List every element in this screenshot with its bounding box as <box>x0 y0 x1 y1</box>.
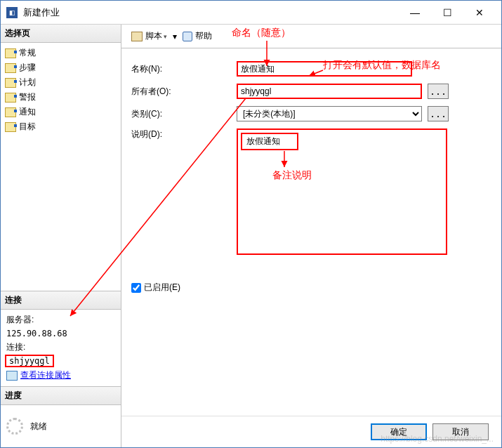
dialog-window: ◧ 新建作业 — ☐ ✕ 选择页 常规 步骤 计划 警报 通知 目标 连接 <box>0 0 502 448</box>
page-icon <box>5 48 16 58</box>
nav-schedule[interactable]: 计划 <box>2 75 119 90</box>
connection-label: 连接: <box>2 340 119 355</box>
connection-body: 服务器: 125.90.88.68 连接: shjyyqgl 查看连接属性 <box>1 310 121 386</box>
nav-label: 常规 <box>19 47 36 59</box>
toolbar: 脚本 ▾ ▾ 帮助 <box>121 25 501 48</box>
window-controls: — ☐ ✕ <box>399 2 496 23</box>
spinner-icon <box>6 418 23 435</box>
nav-general[interactable]: 常规 <box>2 46 119 60</box>
enabled-label: 已启用(E) <box>144 282 180 294</box>
nav-notify[interactable]: 通知 <box>2 105 119 119</box>
help-label: 帮助 <box>195 30 212 42</box>
toolbar-separator: ▾ <box>173 32 177 41</box>
script-label: 脚本 <box>145 30 162 42</box>
enabled-checkbox[interactable] <box>131 283 141 293</box>
nav-label: 计划 <box>19 77 36 88</box>
category-row: 类别(C): [未分类(本地)] ... <box>131 106 491 121</box>
description-box[interactable]: 放假通知 <box>237 129 447 255</box>
owner-input[interactable] <box>237 84 422 99</box>
category-select[interactable]: [未分类(本地)] <box>237 106 422 121</box>
sidebar-pages: 选择页 常规 步骤 计划 警报 通知 目标 <box>1 25 121 291</box>
main-panel: 脚本 ▾ ▾ 帮助 名称(N): 所有者(O): ... <box>121 25 501 447</box>
nav-label: 警报 <box>19 91 36 103</box>
connection-header: 连接 <box>1 291 121 310</box>
watermark: https://blog.csdn.net/weixin_... <box>381 434 494 444</box>
name-input[interactable] <box>237 61 412 77</box>
titlebar: ◧ 新建作业 — ☐ ✕ <box>1 1 501 25</box>
owner-row: 所有者(O): ... <box>131 84 491 99</box>
app-icon: ◧ <box>6 7 18 18</box>
name-row: 名称(N): <box>131 61 491 77</box>
description-row: 说明(D): 放假通知 <box>131 129 491 255</box>
form-area: 名称(N): 所有者(O): ... 类别(C): [未分类(本地)] ... <box>121 48 501 416</box>
select-page-header: 选择页 <box>1 25 121 43</box>
server-value: 125.90.88.68 <box>2 327 119 340</box>
dropdown-icon: ▾ <box>164 33 167 40</box>
nav-label: 目标 <box>19 121 36 133</box>
nav-list: 常规 步骤 计划 警报 通知 目标 <box>1 43 121 137</box>
page-icon <box>5 78 16 88</box>
progress-header: 进度 <box>1 387 121 405</box>
description-label: 说明(D): <box>131 129 237 140</box>
window-title: 新建作业 <box>23 6 399 19</box>
page-icon <box>5 107 16 117</box>
category-browse-button[interactable]: ... <box>428 106 449 121</box>
sidebar-progress: 进度 就绪 <box>1 387 121 447</box>
script-icon <box>131 32 143 41</box>
enabled-row: 已启用(E) <box>131 282 491 294</box>
view-conn-link: 查看连接属性 <box>20 369 71 381</box>
nav-label: 通知 <box>19 106 36 118</box>
help-button[interactable]: 帮助 <box>180 29 215 44</box>
sidebar-connection: 连接 服务器: 125.90.88.68 连接: shjyyqgl 查看连接属性 <box>1 291 121 387</box>
connection-value: shjyyqgl <box>5 355 54 367</box>
content-area: 选择页 常规 步骤 计划 警报 通知 目标 连接 服务器: 125.90.88.… <box>1 25 501 447</box>
close-button[interactable]: ✕ <box>463 2 496 23</box>
maximize-button[interactable]: ☐ <box>431 2 463 23</box>
page-icon <box>5 93 16 103</box>
description-text: 放假通知 <box>241 133 298 150</box>
category-label: 类别(C): <box>131 108 237 120</box>
page-icon <box>5 63 16 73</box>
nav-steps[interactable]: 步骤 <box>2 60 119 75</box>
help-icon <box>183 32 192 41</box>
properties-icon <box>6 371 18 381</box>
page-icon <box>5 122 16 132</box>
owner-label: 所有者(O): <box>131 86 237 98</box>
script-button[interactable]: 脚本 ▾ <box>128 29 170 44</box>
minimize-button[interactable]: — <box>399 2 431 23</box>
progress-status: 就绪 <box>30 421 47 433</box>
owner-browse-button[interactable]: ... <box>428 84 449 99</box>
nav-alerts[interactable]: 警报 <box>2 90 119 105</box>
server-label: 服务器: <box>2 312 119 327</box>
sidebar: 选择页 常规 步骤 计划 警报 通知 目标 连接 服务器: 125.90.88.… <box>1 25 121 447</box>
nav-label: 步骤 <box>19 62 36 74</box>
progress-body: 就绪 <box>1 405 121 447</box>
view-conn-props[interactable]: 查看连接属性 <box>2 367 119 383</box>
name-label: 名称(N): <box>131 63 237 75</box>
nav-target[interactable]: 目标 <box>2 119 119 134</box>
